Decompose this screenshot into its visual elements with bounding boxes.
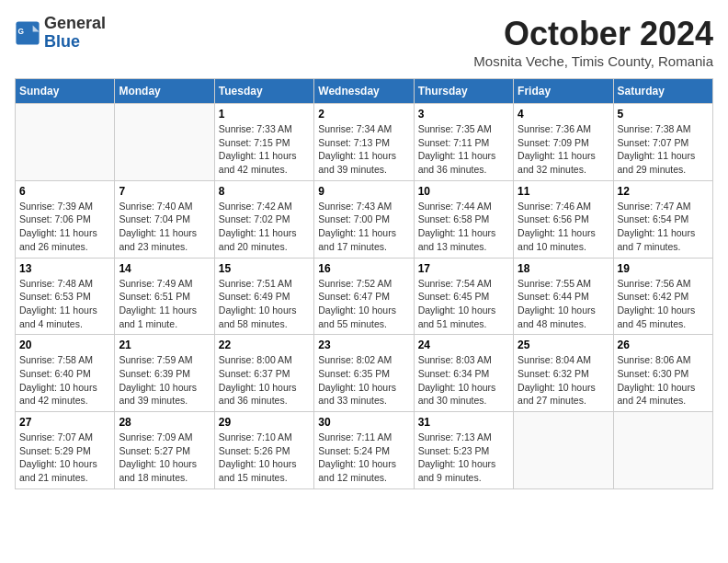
day-info: Sunrise: 7:39 AM Sunset: 7:06 PM Dayligh… (19, 200, 110, 254)
day-number: 31 (418, 416, 509, 429)
day-info: Sunrise: 7:46 AM Sunset: 6:56 PM Dayligh… (518, 200, 609, 254)
day-info: Sunrise: 7:07 AM Sunset: 5:29 PM Dayligh… (19, 431, 110, 485)
day-number: 30 (318, 416, 409, 429)
calendar-cell: 4Sunrise: 7:36 AM Sunset: 7:09 PM Daylig… (514, 104, 613, 181)
day-number: 19 (618, 262, 709, 275)
calendar-cell: 30Sunrise: 7:11 AM Sunset: 5:24 PM Dayli… (314, 412, 414, 489)
day-number: 21 (119, 339, 210, 351)
day-info: Sunrise: 7:54 AM Sunset: 6:45 PM Dayligh… (418, 277, 509, 331)
day-info: Sunrise: 7:40 AM Sunset: 7:04 PM Dayligh… (119, 200, 210, 254)
day-number: 15 (219, 262, 310, 275)
day-number: 10 (418, 185, 509, 198)
day-info: Sunrise: 8:06 AM Sunset: 6:30 PM Dayligh… (618, 353, 709, 408)
weekday-header: Friday (514, 79, 613, 104)
calendar-cell: 20Sunrise: 7:58 AM Sunset: 6:40 PM Dayli… (16, 335, 115, 412)
calendar-cell: 17Sunrise: 7:54 AM Sunset: 6:45 PM Dayli… (414, 258, 513, 335)
day-info: Sunrise: 7:44 AM Sunset: 6:58 PM Dayligh… (418, 200, 509, 254)
day-number: 24 (418, 339, 509, 351)
calendar-cell (16, 104, 115, 181)
calendar-cell: 11Sunrise: 7:46 AM Sunset: 6:56 PM Dayli… (514, 180, 613, 258)
calendar-cell: 14Sunrise: 7:49 AM Sunset: 6:51 PM Dayli… (115, 258, 214, 335)
calendar-cell: 28Sunrise: 7:09 AM Sunset: 5:27 PM Dayli… (115, 412, 214, 489)
calendar-cell: 23Sunrise: 8:02 AM Sunset: 6:35 PM Dayli… (314, 335, 414, 412)
weekday-header: Saturday (613, 79, 712, 104)
day-number: 2 (318, 108, 409, 121)
logo-text: General Blue (44, 15, 106, 52)
day-info: Sunrise: 8:04 AM Sunset: 6:32 PM Dayligh… (518, 353, 609, 408)
calendar-cell: 13Sunrise: 7:48 AM Sunset: 6:53 PM Dayli… (16, 258, 115, 335)
day-number: 29 (219, 416, 310, 429)
calendar-cell: 9Sunrise: 7:43 AM Sunset: 7:00 PM Daylig… (314, 180, 414, 258)
day-number: 9 (318, 185, 409, 198)
calendar-cell: 3Sunrise: 7:35 AM Sunset: 7:11 PM Daylig… (414, 104, 513, 181)
day-info: Sunrise: 7:35 AM Sunset: 7:11 PM Dayligh… (418, 122, 509, 177)
day-info: Sunrise: 7:42 AM Sunset: 7:02 PM Dayligh… (219, 200, 310, 254)
weekday-header: Wednesday (314, 79, 414, 104)
calendar-cell: 27Sunrise: 7:07 AM Sunset: 5:29 PM Dayli… (16, 412, 115, 489)
day-number: 5 (618, 108, 709, 121)
day-number: 25 (518, 339, 609, 351)
calendar-cell: 5Sunrise: 7:38 AM Sunset: 7:07 PM Daylig… (613, 104, 712, 181)
calendar-cell: 29Sunrise: 7:10 AM Sunset: 5:26 PM Dayli… (214, 412, 313, 489)
calendar-cell: 6Sunrise: 7:39 AM Sunset: 7:06 PM Daylig… (16, 180, 115, 258)
logo: G General Blue (15, 15, 106, 52)
day-number: 4 (518, 108, 609, 121)
day-info: Sunrise: 7:36 AM Sunset: 7:09 PM Dayligh… (518, 122, 609, 177)
calendar-cell: 10Sunrise: 7:44 AM Sunset: 6:58 PM Dayli… (414, 180, 513, 258)
logo-icon: G (15, 20, 40, 46)
logo-general-text: General (44, 15, 106, 33)
day-number: 22 (219, 339, 310, 351)
weekday-header: Monday (115, 79, 214, 104)
calendar-cell (613, 412, 712, 489)
day-info: Sunrise: 7:52 AM Sunset: 6:47 PM Dayligh… (318, 277, 409, 331)
calendar-cell: 31Sunrise: 7:13 AM Sunset: 5:23 PM Dayli… (414, 412, 513, 489)
calendar-header-row: SundayMondayTuesdayWednesdayThursdayFrid… (16, 79, 713, 104)
calendar-cell: 25Sunrise: 8:04 AM Sunset: 6:32 PM Dayli… (514, 335, 613, 412)
day-info: Sunrise: 7:10 AM Sunset: 5:26 PM Dayligh… (219, 431, 310, 485)
weekday-header: Thursday (414, 79, 513, 104)
calendar-cell: 15Sunrise: 7:51 AM Sunset: 6:49 PM Dayli… (214, 258, 313, 335)
location-subtitle: Mosnita Veche, Timis County, Romania (473, 53, 713, 69)
day-number: 23 (318, 339, 409, 351)
day-number: 3 (418, 108, 509, 121)
day-info: Sunrise: 7:58 AM Sunset: 6:40 PM Dayligh… (19, 353, 110, 408)
calendar-cell: 12Sunrise: 7:47 AM Sunset: 6:54 PM Dayli… (613, 180, 712, 258)
day-info: Sunrise: 7:13 AM Sunset: 5:23 PM Dayligh… (418, 431, 509, 485)
day-info: Sunrise: 8:03 AM Sunset: 6:34 PM Dayligh… (418, 353, 509, 408)
svg-text:G: G (18, 27, 25, 36)
calendar-week-row: 6Sunrise: 7:39 AM Sunset: 7:06 PM Daylig… (16, 180, 713, 258)
day-number: 16 (318, 262, 409, 275)
day-number: 27 (19, 416, 110, 429)
calendar-cell: 8Sunrise: 7:42 AM Sunset: 7:02 PM Daylig… (214, 180, 313, 258)
day-info: Sunrise: 7:48 AM Sunset: 6:53 PM Dayligh… (19, 277, 110, 331)
day-number: 1 (219, 108, 310, 121)
calendar-cell: 24Sunrise: 8:03 AM Sunset: 6:34 PM Dayli… (414, 335, 513, 412)
day-number: 14 (119, 262, 210, 275)
day-info: Sunrise: 7:51 AM Sunset: 6:49 PM Dayligh… (219, 277, 310, 331)
calendar-cell: 7Sunrise: 7:40 AM Sunset: 7:04 PM Daylig… (115, 180, 214, 258)
calendar-cell: 1Sunrise: 7:33 AM Sunset: 7:15 PM Daylig… (214, 104, 313, 181)
day-info: Sunrise: 7:38 AM Sunset: 7:07 PM Dayligh… (618, 122, 709, 177)
month-title: October 2024 (473, 15, 713, 53)
day-info: Sunrise: 7:55 AM Sunset: 6:44 PM Dayligh… (518, 277, 609, 331)
page-header: G General Blue October 2024 Mosnita Vech… (15, 15, 713, 69)
weekday-header: Sunday (16, 79, 115, 104)
calendar-cell (514, 412, 613, 489)
day-info: Sunrise: 7:43 AM Sunset: 7:00 PM Dayligh… (318, 200, 409, 254)
calendar-week-row: 13Sunrise: 7:48 AM Sunset: 6:53 PM Dayli… (16, 258, 713, 335)
day-info: Sunrise: 7:34 AM Sunset: 7:13 PM Dayligh… (318, 122, 409, 177)
weekday-header: Tuesday (214, 79, 313, 104)
day-number: 13 (19, 262, 110, 275)
day-info: Sunrise: 7:11 AM Sunset: 5:24 PM Dayligh… (318, 431, 409, 485)
day-info: Sunrise: 8:00 AM Sunset: 6:37 PM Dayligh… (219, 353, 310, 408)
day-number: 26 (618, 339, 709, 351)
title-block: October 2024 Mosnita Veche, Timis County… (473, 15, 713, 69)
day-info: Sunrise: 7:33 AM Sunset: 7:15 PM Dayligh… (219, 122, 310, 177)
day-info: Sunrise: 7:09 AM Sunset: 5:27 PM Dayligh… (119, 431, 210, 485)
calendar-cell (115, 104, 214, 181)
day-info: Sunrise: 7:47 AM Sunset: 6:54 PM Dayligh… (618, 200, 709, 254)
calendar-cell: 16Sunrise: 7:52 AM Sunset: 6:47 PM Dayli… (314, 258, 414, 335)
day-number: 12 (618, 185, 709, 198)
calendar-cell: 2Sunrise: 7:34 AM Sunset: 7:13 PM Daylig… (314, 104, 414, 181)
day-info: Sunrise: 7:56 AM Sunset: 6:42 PM Dayligh… (618, 277, 709, 331)
